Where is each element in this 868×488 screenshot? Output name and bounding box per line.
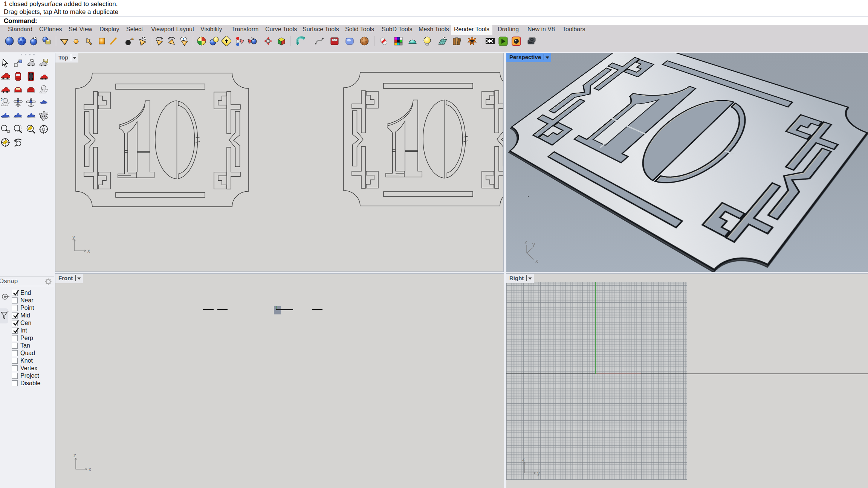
svg-text:x: x — [535, 258, 538, 264]
svg-text:x: x — [89, 466, 91, 472]
svg-text:z: z — [524, 239, 527, 245]
svg-text:z: z — [73, 452, 76, 458]
svg-text:z: z — [522, 456, 525, 462]
svg-text:y: y — [532, 241, 535, 247]
svg-text:x: x — [87, 248, 90, 254]
svg-text:2: 2 — [0, 98, 3, 102]
svg-text:y: y — [537, 470, 540, 476]
svg-text:y: y — [72, 234, 75, 240]
